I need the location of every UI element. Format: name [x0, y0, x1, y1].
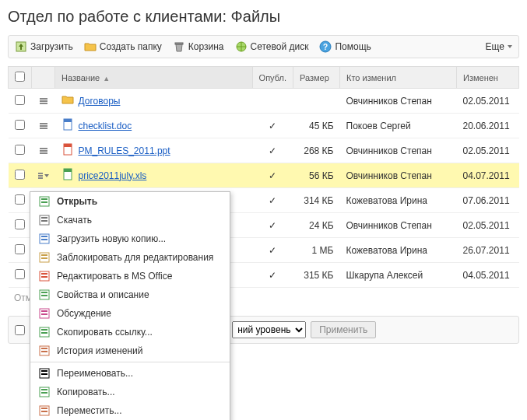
published-mark: ✓ — [269, 170, 276, 181]
svg-rect-8 — [64, 144, 72, 147]
row-menu-trigger[interactable] — [38, 145, 49, 156]
trash-button[interactable]: Корзина — [173, 40, 224, 53]
row-checkbox[interactable] — [15, 219, 25, 229]
help-label: Помощь — [335, 41, 371, 52]
level-select[interactable]: ний уровень — [232, 321, 306, 338]
menu-item-icon — [38, 326, 51, 338]
context-menu-item[interactable]: Заблокировать для редактирования — [30, 248, 230, 267]
col-size[interactable]: Размер — [293, 67, 340, 89]
row-checkbox[interactable] — [15, 269, 25, 279]
create-folder-button[interactable]: Создать папку — [84, 40, 162, 53]
table-row[interactable]: checklist.doc✓45 КБПокоев Сергей20.06.20… — [9, 114, 519, 138]
row-checkbox[interactable] — [15, 244, 25, 254]
file-date: 04.05.2011 — [457, 263, 519, 288]
file-size: 24 КБ — [293, 213, 340, 238]
file-size: 1 МБ — [293, 238, 340, 263]
row-checkbox[interactable] — [15, 120, 25, 130]
row-menu-trigger[interactable] — [38, 170, 49, 181]
row-checkbox[interactable] — [15, 170, 25, 180]
more-label: Еще — [486, 41, 504, 52]
check-all[interactable] — [15, 72, 25, 82]
help-icon: ? — [319, 40, 332, 53]
svg-rect-41 — [41, 329, 47, 331]
context-menu-item[interactable]: История изменений — [30, 341, 230, 352]
file-date: 26.07.2011 — [457, 238, 519, 263]
context-menu-item[interactable]: Скачать — [30, 211, 230, 229]
help-button[interactable]: ? Помощь — [319, 40, 371, 53]
row-menu-trigger[interactable] — [38, 121, 49, 131]
menu-item-icon — [38, 251, 51, 264]
file-link[interactable]: PM_RULES_2011.ppt — [79, 145, 170, 156]
file-link[interactable]: Договоры — [79, 96, 121, 107]
file-author: Шкарупа Алексей — [340, 263, 457, 288]
svg-rect-38 — [41, 310, 47, 312]
svg-rect-24 — [41, 220, 47, 222]
table-row[interactable]: ДоговорыОвчинников Степан02.05.2011 — [9, 89, 519, 114]
row-menu-trigger[interactable] — [38, 96, 49, 107]
file-size — [293, 89, 340, 114]
file-size: 45 КБ — [293, 114, 340, 138]
col-who[interactable]: Кто изменил — [340, 67, 457, 89]
row-checkbox[interactable] — [15, 95, 25, 105]
menu-item-label: Загрузить новую копию... — [57, 233, 166, 244]
file-date: 04.07.2011 — [457, 163, 519, 188]
svg-rect-30 — [41, 257, 47, 259]
col-published[interactable]: Опубл. — [252, 67, 293, 89]
context-menu-item[interactable]: Редактировать в MS Office — [30, 267, 230, 285]
context-menu-item[interactable]: Обсуждение — [30, 304, 230, 323]
menu-item-icon — [38, 233, 51, 245]
svg-text:?: ? — [323, 43, 328, 51]
menu-item-icon — [38, 214, 51, 226]
file-author: Овчинников Степан — [340, 213, 457, 238]
file-date: 02.05.2011 — [457, 213, 519, 238]
svg-rect-32 — [41, 273, 47, 275]
svg-rect-45 — [41, 351, 47, 352]
published-mark: ✓ — [269, 245, 276, 256]
trash-icon — [173, 40, 185, 53]
context-menu: ОткрытьСкачатьЗагрузить новую копию...За… — [30, 191, 230, 352]
file-icon — [61, 168, 74, 183]
file-link[interactable]: price2011july.xls — [79, 170, 147, 181]
apply-button[interactable]: Применить — [311, 321, 376, 338]
file-author: Кожеватова Ирина — [340, 188, 457, 213]
menu-item-label: Редактировать в MS Office — [57, 271, 172, 282]
menu-item-label: Скачать — [57, 215, 92, 226]
svg-rect-29 — [41, 254, 47, 256]
file-author: Овчинников Степан — [340, 163, 457, 188]
network-disk-icon — [235, 40, 248, 53]
footer-checkbox[interactable] — [15, 325, 25, 335]
more-button[interactable]: Еще — [486, 41, 512, 52]
context-menu-item[interactable]: Открыть — [30, 192, 230, 211]
svg-rect-10 — [64, 169, 72, 172]
context-menu-item[interactable]: Загрузить новую копию... — [30, 229, 230, 248]
menu-item-label: Обсуждение — [57, 308, 111, 319]
col-check-all[interactable] — [9, 67, 32, 89]
sort-arrow-icon: ▲ — [103, 75, 110, 82]
upload-button[interactable]: Загрузить — [15, 40, 73, 53]
file-author: Овчинников Степан — [340, 138, 457, 163]
published-mark: ✓ — [269, 121, 276, 131]
menu-item-icon — [38, 345, 51, 352]
published-mark: ✓ — [269, 220, 276, 231]
file-size: 314 КБ — [293, 188, 340, 213]
file-size: 315 КБ — [293, 263, 340, 288]
col-changed[interactable]: Изменен — [457, 67, 519, 89]
context-menu-item[interactable]: Свойства и описание — [30, 285, 230, 304]
context-menu-item[interactable]: Скопировать ссылку... — [30, 323, 230, 341]
file-size: 268 КБ — [293, 138, 340, 163]
svg-rect-6 — [64, 119, 72, 122]
create-folder-label: Создать папку — [100, 41, 162, 52]
svg-rect-21 — [41, 201, 47, 203]
svg-rect-36 — [41, 295, 47, 296]
col-name[interactable]: Название▲ — [55, 67, 253, 89]
toolbar: Загрузить Создать папку Корзина Сетевой … — [8, 35, 519, 58]
table-row[interactable]: PM_RULES_2011.ppt✓268 КБОвчинников Степа… — [9, 138, 519, 163]
network-disk-button[interactable]: Сетевой диск — [235, 40, 309, 53]
row-checkbox[interactable] — [15, 145, 25, 155]
file-icon — [61, 118, 74, 133]
table-row[interactable]: price2011july.xls✓56 КБОвчинников Степан… — [9, 163, 519, 188]
file-link[interactable]: checklist.doc — [79, 121, 132, 131]
row-checkbox[interactable] — [15, 194, 25, 205]
upload-icon — [15, 40, 27, 53]
svg-rect-20 — [41, 198, 47, 200]
